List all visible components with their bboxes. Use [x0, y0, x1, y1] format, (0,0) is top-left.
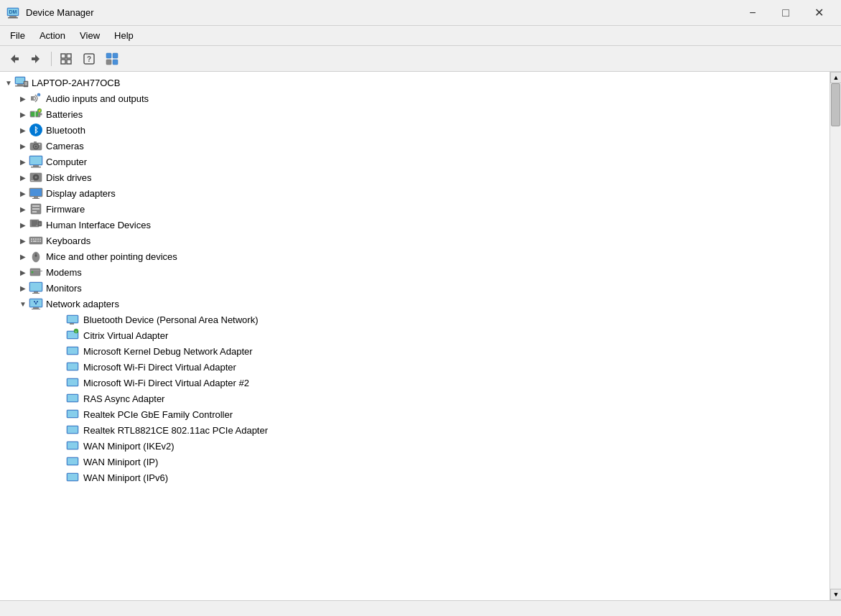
net-item-3[interactable]: Microsoft Kernel Debug Network Adapter: [0, 343, 830, 359]
help-button[interactable]: ?: [78, 49, 100, 69]
scroll-track: [830, 83, 841, 589]
svg-rect-48: [31, 180, 34, 181]
tree-category-disk[interactable]: ▶ Disk drives: [0, 169, 830, 185]
firmware-icon: [29, 202, 43, 216]
computer-label: Computer: [46, 157, 87, 167]
properties-icon: [60, 52, 73, 65]
menu-file[interactable]: File: [3, 28, 32, 43]
net-adapter-icon-5: [66, 375, 80, 390]
net-item-8[interactable]: Realtek RTL8821CE 802.11ac PCIe Adapter: [0, 422, 830, 438]
monitors-icon: [29, 281, 43, 295]
forward-button[interactable]: [26, 49, 47, 69]
tree-category-modems[interactable]: ▶ Modems: [0, 264, 830, 280]
disk-label: Disk drives: [46, 172, 92, 183]
net-adapter-icon-7: [66, 407, 80, 421]
tree-root[interactable]: ▼ LAPTOP-2AH77OCB: [0, 75, 830, 90]
svg-rect-73: [37, 241, 39, 242]
scroll-up-button[interactable]: ▲: [830, 72, 841, 83]
tree-category-display[interactable]: ▶ Display adapters: [0, 185, 830, 201]
disk-expand-btn[interactable]: ▶: [17, 172, 29, 183]
audio-expand-btn[interactable]: ▶: [17, 93, 29, 104]
properties-button[interactable]: [55, 49, 77, 69]
net-item-11[interactable]: WAN Miniport (IPv6): [0, 470, 830, 485]
svg-rect-1: [9, 16, 17, 17]
svg-rect-87: [34, 291, 38, 293]
tree-category-keyboards[interactable]: ▶ Keyboards: [0, 233, 830, 248]
tree-category-network[interactable]: ▼ Network adapters: [0, 296, 830, 312]
scroll-thumb[interactable]: [831, 83, 840, 126]
svg-rect-20: [16, 78, 24, 83]
batteries-expand-btn[interactable]: ▶: [17, 108, 29, 120]
firmware-expand-btn[interactable]: ▶: [17, 203, 29, 215]
net-item-10[interactable]: WAN Miniport (IP): [0, 454, 830, 470]
bluetooth-icon: ᛒ: [29, 123, 43, 137]
svg-rect-21: [17, 84, 23, 85]
svg-rect-2: [8, 17, 18, 19]
modems-expand-btn[interactable]: ▶: [17, 266, 29, 278]
tree-category-monitors[interactable]: ▶ Monitors: [0, 280, 830, 296]
svg-rect-83: [31, 270, 40, 271]
computer-icon: [14, 75, 29, 90]
net-item-6[interactable]: RAS Async Adapter: [0, 391, 830, 406]
root-collapse-btn[interactable]: ▼: [3, 77, 14, 88]
svg-rect-99: [68, 316, 78, 322]
svg-point-80: [32, 271, 34, 274]
scroll-down-button[interactable]: ▼: [830, 589, 841, 600]
net-item-label-1: Bluetooth Device (Personal Area Network): [83, 314, 259, 325]
svg-rect-93: [34, 301, 35, 302]
net-adapter-icon-8: [66, 423, 80, 437]
net-item-5[interactable]: Microsoft Wi-Fi Direct Virtual Adapter #…: [0, 375, 830, 391]
network-expand-btn[interactable]: ▼: [17, 298, 29, 309]
title-bar: DM Device Manager − □ ✕: [0, 0, 841, 26]
tree-category-batteries[interactable]: ▶ ⚡ Batteries: [0, 106, 830, 122]
svg-rect-17: [106, 60, 111, 65]
tree-category-audio[interactable]: ▶ + Audio inputs and outputs: [0, 90, 830, 106]
svg-rect-86: [30, 283, 42, 291]
svg-rect-12: [67, 60, 71, 64]
tree-category-computer[interactable]: ▶ Computer: [0, 154, 830, 169]
svg-rect-69: [37, 238, 39, 240]
keyboards-icon: [29, 233, 43, 248]
monitors-expand-btn[interactable]: ▶: [17, 282, 29, 294]
net-item-7[interactable]: Realtek PCIe GbE Family Controller: [0, 406, 830, 422]
menu-view[interactable]: View: [73, 28, 107, 43]
net-item-9[interactable]: WAN Miniport (IKEv2): [0, 438, 830, 454]
bluetooth-expand-btn[interactable]: ▶: [17, 124, 29, 136]
devmgr-view-button[interactable]: [101, 49, 123, 69]
tree-category-bluetooth[interactable]: ▶ ᛒ Bluetooth: [0, 122, 830, 138]
net-item-1[interactable]: Bluetooth Device (Personal Area Network): [0, 312, 830, 327]
svg-rect-68: [35, 238, 37, 240]
device-tree[interactable]: ▼ LAPTOP-2AH77OCB ▶: [0, 72, 830, 600]
display-expand-btn[interactable]: ▶: [17, 187, 29, 199]
help-icon: ?: [83, 52, 96, 65]
net-item-2[interactable]: + Citrix Virtual Adapter: [0, 327, 830, 343]
svg-rect-74: [40, 241, 41, 242]
hid-expand-btn[interactable]: ▶: [17, 219, 29, 230]
cameras-expand-btn[interactable]: ▶: [17, 140, 29, 151]
net-adapter-icon-11: [66, 470, 80, 485]
tree-category-firmware[interactable]: ▶ Firmware: [0, 201, 830, 217]
tree-category-mice[interactable]: ▶ Mice and other pointing devices: [0, 248, 830, 264]
mice-expand-btn[interactable]: ▶: [17, 251, 29, 262]
keyboards-expand-btn[interactable]: ▶: [17, 235, 29, 246]
close-button[interactable]: ✕: [802, 0, 835, 26]
net-adapter-icon-10: [66, 454, 80, 469]
tree-category-hid[interactable]: ▶ Human Interface Devices: [0, 217, 830, 233]
menu-help[interactable]: Help: [107, 28, 141, 43]
back-button[interactable]: [3, 49, 24, 69]
display-icon: [29, 186, 43, 200]
batteries-icon: ⚡: [29, 107, 43, 121]
svg-point-82: [37, 271, 40, 274]
svg-rect-44: [31, 167, 41, 168]
net-adapter-icon-4: [66, 360, 80, 374]
toolbar-separator: [51, 52, 52, 66]
minimize-button[interactable]: −: [736, 0, 769, 26]
menu-action[interactable]: Action: [32, 28, 73, 43]
computer-expand-btn[interactable]: ▶: [17, 156, 29, 167]
net-item-4[interactable]: Microsoft Wi-Fi Direct Virtual Adapter: [0, 359, 830, 375]
svg-rect-29: [40, 113, 42, 116]
hid-label: Human Interface Devices: [46, 220, 151, 230]
maximize-button[interactable]: □: [769, 0, 802, 26]
devmgr-icon: [106, 52, 119, 65]
tree-category-cameras[interactable]: ▶ Cameras: [0, 138, 830, 154]
